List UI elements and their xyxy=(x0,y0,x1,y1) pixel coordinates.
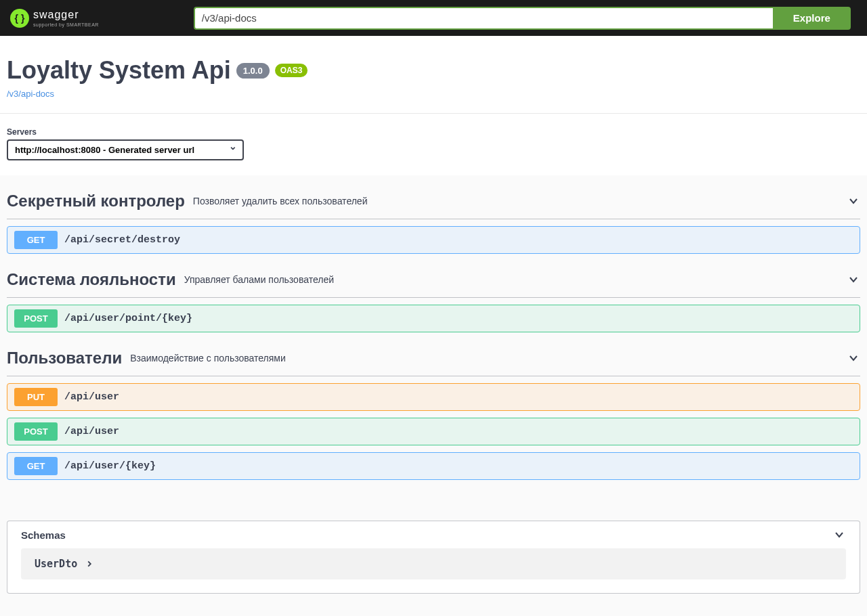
server-select[interactable]: http://localhost:8080 - Generated server… xyxy=(7,139,244,160)
operation-row[interactable]: POST /api/user/point/{key} xyxy=(7,305,860,332)
model-name: UserDto xyxy=(35,558,77,570)
brand-main: swagger xyxy=(33,9,99,20)
api-docs-link[interactable]: /v3/api-docs xyxy=(7,89,54,99)
schema-model[interactable]: UserDto xyxy=(21,548,846,579)
operation-row[interactable]: GET /api/user/{key} xyxy=(7,452,860,480)
swagger-brand-text: swagger supported by SMARTBEAR xyxy=(33,9,99,27)
oas-badge: OAS3 xyxy=(275,64,308,77)
tag-header[interactable]: Пользователи Взаимодействие с пользовате… xyxy=(7,332,860,376)
operation-path: /api/user xyxy=(64,391,119,403)
tag-header[interactable]: Система лояльности Управляет балами поль… xyxy=(7,254,860,298)
chevron-down-icon xyxy=(847,273,860,286)
http-method-badge: PUT xyxy=(14,388,58,406)
topbar: { } swagger supported by SMARTBEAR Explo… xyxy=(0,0,867,36)
api-title: Loyalty System Api xyxy=(7,56,231,85)
servers-label: Servers xyxy=(7,127,860,137)
chevron-down-icon xyxy=(832,528,846,542)
api-title-row: Loyalty System Api 1.0.0 OAS3 xyxy=(7,56,860,85)
api-url-input[interactable] xyxy=(194,7,773,30)
operation-row[interactable]: POST /api/user xyxy=(7,418,860,445)
schemas-section: Schemas UserDto xyxy=(7,521,860,594)
http-method-badge: POST xyxy=(14,422,58,441)
swagger-logo-icon: { } xyxy=(10,9,29,28)
info-header: Loyalty System Api 1.0.0 OAS3 /v3/api-do… xyxy=(0,36,867,114)
schemas-title: Schemas xyxy=(21,529,66,541)
explore-form: Explore xyxy=(194,7,851,30)
tag-name: Секретный контролер xyxy=(7,192,185,211)
operation-path: /api/user xyxy=(64,426,119,437)
operations-section: Секретный контролер Позволяет удалить вс… xyxy=(0,175,867,500)
version-badge: 1.0.0 xyxy=(236,63,270,79)
operation-path: /api/secret/destroy xyxy=(64,234,180,246)
chevron-right-icon xyxy=(85,560,93,568)
tag-name: Система лояльности xyxy=(7,270,176,289)
http-method-badge: POST xyxy=(14,309,58,328)
chevron-down-icon xyxy=(847,351,860,365)
servers-section: Servers http://localhost:8080 - Generate… xyxy=(0,114,867,175)
operation-path: /api/user/{key} xyxy=(64,460,156,472)
chevron-down-icon xyxy=(847,194,860,208)
tag-description: Управляет балами пользователей xyxy=(184,274,847,285)
operation-path: /api/user/point/{key} xyxy=(64,313,192,324)
tag-description: Взаимодействие с пользователями xyxy=(130,353,847,364)
schemas-header[interactable]: Schemas xyxy=(7,521,860,548)
tag-name: Пользователи xyxy=(7,349,122,368)
explore-button[interactable]: Explore xyxy=(773,7,851,30)
operation-row[interactable]: GET /api/secret/destroy xyxy=(7,226,860,254)
tag-description: Позволяет удалить всех пользователей xyxy=(193,196,847,206)
http-method-badge: GET xyxy=(14,231,58,249)
http-method-badge: GET xyxy=(14,457,58,475)
swagger-brand: { } swagger supported by SMARTBEAR xyxy=(7,9,99,28)
tag-header[interactable]: Секретный контролер Позволяет удалить вс… xyxy=(7,175,860,219)
brand-sub: supported by SMARTBEAR xyxy=(33,22,99,27)
operation-row[interactable]: PUT /api/user xyxy=(7,383,860,411)
